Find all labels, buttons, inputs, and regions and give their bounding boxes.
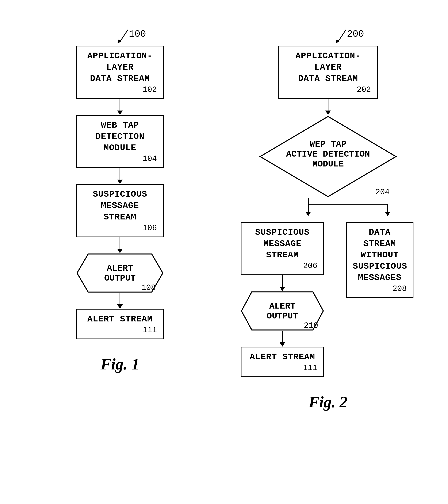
svg-text:ACTIVE DETECTION: ACTIVE DETECTION bbox=[286, 149, 370, 159]
svg-text:MODULE: MODULE bbox=[312, 159, 344, 169]
svg-text:210: 210 bbox=[304, 321, 318, 330]
svg-text:204: 204 bbox=[375, 188, 390, 197]
svg-marker-16 bbox=[305, 212, 311, 216]
svg-line-0 bbox=[120, 30, 128, 42]
svg-text:OUTPUT: OUTPUT bbox=[104, 273, 136, 283]
svg-line-7 bbox=[338, 30, 346, 42]
node-204: WEP TAP ACTIVE DETECTION MODULE 204 bbox=[258, 115, 398, 198]
svg-text:WEP TAP: WEP TAP bbox=[310, 139, 347, 149]
node-111b: ALERT STREAM 111 bbox=[241, 347, 324, 377]
node-108: ALERT OUTPUT 108 bbox=[76, 253, 164, 293]
node-111: ALERT STREAM 111 bbox=[76, 309, 164, 339]
fig1-caption: Fig. 1 bbox=[100, 355, 139, 373]
svg-text:200: 200 bbox=[347, 29, 364, 39]
svg-text:ALERT: ALERT bbox=[269, 301, 295, 311]
node-104: WEB TAPDETECTION MODULE 104 bbox=[76, 115, 164, 168]
fig2-caption: Fig. 2 bbox=[309, 393, 348, 411]
fig2-diagram: 200 APPLICATION-LAYERDATA STREAM 202 WEP… bbox=[224, 12, 432, 492]
fig1-diagram: 100 APPLICATION-LAYERDATA STREAM 102 WEB… bbox=[16, 12, 224, 492]
svg-text:OUTPUT: OUTPUT bbox=[267, 311, 298, 321]
svg-text:ALERT: ALERT bbox=[107, 263, 133, 273]
node-106: SUSPICIOUSMESSAGE STREAM 106 bbox=[76, 184, 164, 237]
node-102: APPLICATION-LAYERDATA STREAM 102 bbox=[76, 46, 164, 99]
node-208: DATASTREAMWITHOUTSUSPICIOUSMESSAGES 208 bbox=[346, 222, 413, 298]
node-202: APPLICATION-LAYERDATA STREAM 202 bbox=[278, 46, 378, 99]
node-210: ALERT OUTPUT 210 bbox=[241, 291, 324, 331]
node-206: SUSPICIOUSMESSAGE STREAM 206 bbox=[241, 222, 324, 275]
svg-marker-19 bbox=[385, 212, 390, 216]
svg-text:108: 108 bbox=[141, 283, 156, 292]
svg-text:100: 100 bbox=[129, 29, 146, 39]
